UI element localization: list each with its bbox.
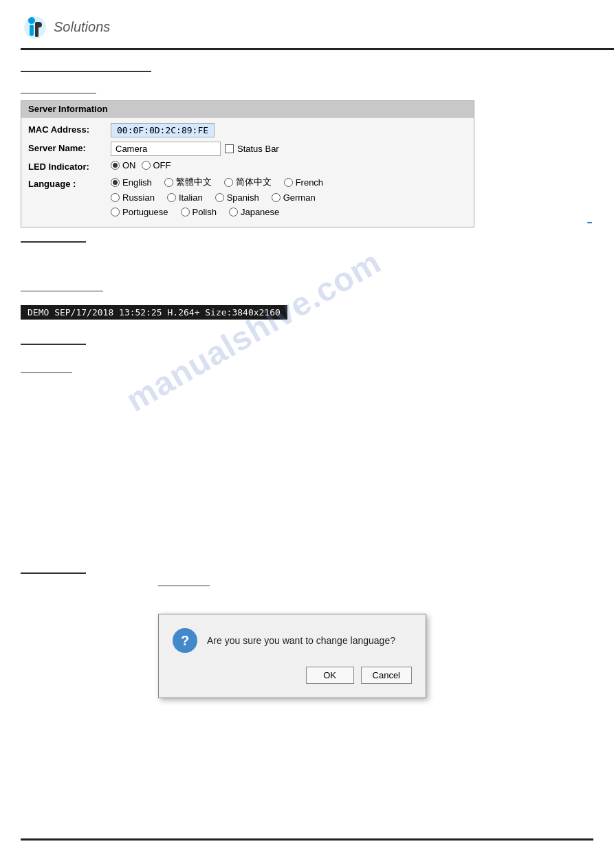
- section-line-3: [21, 344, 86, 345]
- lang-russian-label: Russian: [122, 192, 155, 203]
- mac-address-row: MAC Address: 00:0F:0D:2C:89:FE: [28, 123, 467, 137]
- server-name-row: Server Name: Status Bar: [28, 142, 467, 156]
- lang-portuguese-label: Portuguese: [122, 207, 168, 217]
- server-info-body: MAC Address: 00:0F:0D:2C:89:FE Server Na…: [21, 118, 474, 227]
- lang-english-label: English: [122, 177, 152, 188]
- logo-text: Solutions: [54, 19, 110, 35]
- language-row-2: Russian Italian Spanish German: [111, 192, 323, 203]
- mac-value-container: 00:0F:0D:2C:89:FE: [111, 123, 215, 137]
- dialog-ok-button[interactable]: OK: [306, 667, 354, 684]
- language-row-1: English 繁體中文 简体中文 French: [111, 176, 323, 188]
- watermark-line1: manualshive.com: [120, 242, 388, 420]
- language-options: English 繁體中文 简体中文 French: [111, 176, 323, 217]
- section-line-5: [21, 572, 86, 574]
- led-radio-group: ON OFF: [111, 160, 171, 170]
- lang-french[interactable]: French: [284, 177, 323, 188]
- status-bar-checkbox[interactable]: [225, 144, 234, 153]
- lang-japanese-radio: [229, 208, 238, 216]
- lang-italian[interactable]: Italian: [167, 192, 203, 203]
- mac-label: MAC Address:: [28, 123, 111, 135]
- lang-spanish[interactable]: Spanish: [215, 192, 259, 203]
- lang-simplified-chinese[interactable]: 简体中文: [224, 176, 272, 188]
- logo: Solutions: [21, 12, 110, 41]
- server-name-input[interactable]: [111, 142, 221, 156]
- demo-bar-text: DEMO SEP/17/2018 13:52:25 H.264+ Size:38…: [28, 307, 281, 318]
- lang-traditional-chinese[interactable]: 繁體中文: [164, 176, 212, 188]
- lang-german-radio: [272, 193, 281, 202]
- watermark: manualshive.com: [120, 242, 388, 420]
- corner-link[interactable]: _: [587, 214, 592, 223]
- lang-french-radio: [284, 178, 293, 187]
- lang-portuguese-radio: [111, 208, 120, 216]
- server-name-label: Server Name:: [28, 142, 111, 153]
- led-off-radio[interactable]: OFF: [142, 160, 171, 170]
- section-line-4: [21, 372, 72, 374]
- server-info-header: Server Information: [21, 101, 474, 118]
- language-label: Language :: [28, 176, 111, 189]
- lang-simp-chinese-label: 简体中文: [236, 176, 272, 188]
- lang-russian[interactable]: Russian: [111, 192, 155, 203]
- lang-japanese[interactable]: Japanese: [229, 207, 279, 217]
- section-line-2: [21, 291, 103, 292]
- led-on-radio-circle: [111, 161, 120, 170]
- server-info-panel: Server Information MAC Address: 00:0F:0D…: [21, 100, 474, 227]
- demo-bar: DEMO SEP/17/2018 13:52:25 H.264+ Size:38…: [21, 305, 287, 320]
- status-bar-text: Status Bar: [237, 144, 279, 154]
- lang-polish[interactable]: Polish: [181, 207, 217, 217]
- section-line-1: [21, 241, 86, 243]
- confirm-dialog: ? Are you sure you want to change langua…: [158, 614, 426, 698]
- nav-underline-1: [21, 71, 151, 72]
- lang-spanish-radio: [215, 193, 224, 202]
- lang-german[interactable]: German: [272, 192, 316, 203]
- main-content: Server Information MAC Address: 00:0F:0D…: [0, 50, 614, 621]
- status-bar-label[interactable]: Status Bar: [225, 144, 279, 154]
- server-info-title: Server Information: [28, 104, 108, 114]
- led-label: LED Indicator:: [28, 160, 111, 172]
- dialog-question-icon: ?: [173, 628, 197, 653]
- lang-french-label: French: [296, 177, 323, 188]
- footer-divider: [21, 838, 593, 841]
- led-on-radio[interactable]: ON: [111, 160, 136, 170]
- lang-english-radio: [111, 178, 120, 187]
- led-off-radio-circle: [142, 161, 151, 170]
- lang-japanese-label: Japanese: [241, 207, 279, 217]
- lang-portuguese[interactable]: Portuguese: [111, 207, 168, 217]
- section-line-6: [158, 586, 210, 587]
- lang-spanish-label: Spanish: [227, 192, 259, 203]
- svg-point-1: [28, 17, 35, 24]
- svg-rect-4: [35, 22, 42, 27]
- lang-trad-chinese-label: 繁體中文: [176, 176, 212, 188]
- dialog-cancel-button[interactable]: Cancel: [361, 667, 412, 684]
- lang-german-label: German: [283, 192, 316, 203]
- lang-russian-radio: [111, 193, 120, 202]
- dialog-buttons: OK Cancel: [173, 667, 412, 684]
- dialog-content: ? Are you sure you want to change langua…: [173, 628, 412, 653]
- logo-icon: [21, 12, 50, 41]
- led-on-label: ON: [122, 160, 136, 170]
- server-name-value-container: Status Bar: [111, 142, 279, 156]
- lang-trad-chinese-radio: [164, 178, 173, 187]
- language-row: Language : English 繁體中文: [28, 176, 467, 217]
- lang-polish-label: Polish: [193, 207, 217, 217]
- lang-simp-chinese-radio: [224, 178, 233, 187]
- led-indicator-row: LED Indicator: ON OFF: [28, 160, 467, 172]
- language-row-3: Portuguese Polish Japanese: [111, 207, 323, 217]
- lang-italian-radio: [167, 193, 176, 202]
- led-off-label: OFF: [153, 160, 171, 170]
- header: Solutions: [0, 0, 614, 48]
- dialog-message: Are you sure you want to change language…: [207, 635, 395, 646]
- nav-underline-2: [21, 93, 96, 94]
- lang-italian-label: Italian: [179, 192, 203, 203]
- svg-rect-2: [30, 25, 34, 36]
- lang-polish-radio: [181, 208, 190, 216]
- lang-english[interactable]: English: [111, 177, 152, 188]
- mac-address-value: 00:0F:0D:2C:89:FE: [111, 123, 215, 137]
